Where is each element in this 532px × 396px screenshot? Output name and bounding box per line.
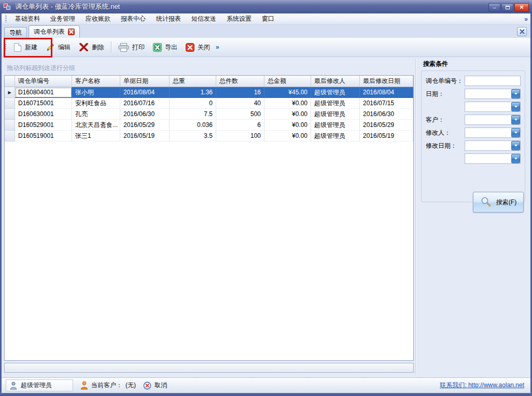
menu-item-4[interactable]: 报表中心 <box>116 13 151 25</box>
horizontal-scrollbar[interactable] <box>4 363 414 373</box>
search-modifier-combo[interactable] <box>465 128 521 138</box>
menu-item-6[interactable]: 短信发送 <box>186 13 221 25</box>
table-cell[interactable]: 2016/07/15 <box>360 98 413 109</box>
chevron-down-icon[interactable] <box>511 128 520 137</box>
print-button[interactable]: 打印 <box>114 40 149 54</box>
table-cell[interactable]: 1.36 <box>170 87 216 98</box>
table-cell[interactable]: 孔亮 <box>72 109 120 120</box>
menu-item-8[interactable]: 窗口 <box>257 13 279 25</box>
table-cell[interactable]: D160715001 <box>15 98 72 109</box>
table-cell[interactable]: ¥0.00 <box>264 120 311 131</box>
table-cell[interactable]: ¥0.00 <box>264 98 311 109</box>
column-header[interactable]: 总重 <box>170 76 216 87</box>
table-cell[interactable]: 2016/05/19 <box>360 131 413 142</box>
search-date-to-combo[interactable] <box>465 102 521 112</box>
table-cell[interactable]: ¥0.00 <box>264 131 311 142</box>
table-cell[interactable]: 0 <box>170 98 216 109</box>
minimize-button[interactable]: – <box>488 3 500 12</box>
close-tab-button[interactable]: 关闭 <box>181 40 214 54</box>
column-header[interactable]: 总金额 <box>264 76 311 87</box>
menu-grip-handle[interactable] <box>5 16 7 22</box>
table-row[interactable]: D160519001张三12016/05/193.5100¥0.00超级管理员2… <box>5 131 413 142</box>
table-row[interactable]: D160529001北京天昌斋食...2016/05/290.0366¥0.00… <box>5 120 413 131</box>
search-button[interactable]: 搜索(F) <box>473 192 524 213</box>
chevron-down-icon[interactable] <box>511 89 520 98</box>
delete-button[interactable]: 删除 <box>75 40 108 54</box>
menu-item-1[interactable]: 基础资料 <box>10 13 45 25</box>
column-header[interactable]: 最后修改人 <box>311 76 360 87</box>
column-header[interactable]: 单据日期 <box>120 76 170 87</box>
column-header[interactable]: 客户名称 <box>72 76 120 87</box>
table-cell[interactable]: 超级管理员 <box>311 120 360 131</box>
menu-item-7[interactable]: 系统设置 <box>221 13 257 25</box>
chevron-down-icon[interactable] <box>511 154 520 163</box>
table-cell[interactable]: 安利旺食品 <box>72 98 120 109</box>
row-indicator[interactable] <box>5 98 15 109</box>
table-cell[interactable]: 2016/08/04 <box>120 87 170 98</box>
cancel-customer-button[interactable]: 取消 <box>143 381 167 390</box>
table-cell[interactable]: 7.5 <box>170 109 216 120</box>
search-modify-date-to-combo[interactable] <box>465 153 521 164</box>
edit-button[interactable]: 编辑 <box>41 40 75 54</box>
table-cell[interactable]: 北京天昌斋食... <box>72 120 120 131</box>
table-cell[interactable]: 2016/08/04 <box>360 87 413 98</box>
search-modify-date-from-combo[interactable] <box>465 140 521 151</box>
row-indicator[interactable] <box>5 120 15 131</box>
table-cell[interactable]: 16 <box>216 87 264 98</box>
selected-row-indicator[interactable]: ▶ <box>5 87 15 98</box>
table-cell[interactable]: ¥45.00 <box>264 87 311 98</box>
table-cell[interactable]: 超级管理员 <box>311 109 360 120</box>
table-cell[interactable]: 超级管理员 <box>311 131 360 142</box>
table-cell[interactable]: 500 <box>216 109 264 120</box>
tab-navigation[interactable]: 导航 <box>4 27 27 38</box>
export-button[interactable]: 导出 <box>149 40 181 54</box>
tab-transfer-list[interactable]: 调仓单列表 <box>29 25 80 38</box>
column-header[interactable]: 最后修改日期 <box>360 76 413 87</box>
chevron-down-icon[interactable] <box>511 102 520 111</box>
table-cell[interactable]: 2016/06/30 <box>360 109 413 120</box>
table-cell[interactable]: 100 <box>216 131 264 142</box>
table-cell[interactable]: D160529001 <box>15 120 72 131</box>
table-row[interactable]: D160715001安利旺食品2016/07/16040¥0.00超级管理员20… <box>5 98 413 109</box>
table-cell[interactable]: 2016/05/29 <box>360 120 413 131</box>
toolbar-overflow-icon[interactable]: » <box>216 44 219 51</box>
chevron-down-icon[interactable] <box>511 115 520 124</box>
close-button[interactable]: × <box>514 3 529 12</box>
search-customer-combo[interactable] <box>465 115 521 125</box>
search-date-from-combo[interactable] <box>465 89 521 99</box>
row-indicator[interactable] <box>5 109 15 120</box>
column-header[interactable]: 调仓单编号 <box>15 76 72 87</box>
table-cell[interactable]: 2016/05/29 <box>120 120 170 131</box>
table-cell[interactable]: 超级管理员 <box>311 98 360 109</box>
table-cell[interactable]: 张小明 <box>72 87 120 98</box>
close-document-button[interactable] <box>517 27 527 36</box>
menu-item-2[interactable]: 业务管理 <box>45 13 80 25</box>
table-cell[interactable]: 2016/07/16 <box>120 98 170 109</box>
table-row[interactable]: D160630001孔亮2016/06/307.5500¥0.00超级管理员20… <box>5 109 413 120</box>
contact-link[interactable]: 联系我们: http://www.aolan.net <box>440 381 526 390</box>
panel-splitter[interactable] <box>415 58 416 374</box>
toolbar-grip-handle[interactable] <box>5 44 6 51</box>
table-cell[interactable]: D160804001 <box>15 87 72 98</box>
table-cell[interactable]: 6 <box>216 120 264 131</box>
menu-item-5[interactable]: 统计报表 <box>151 13 186 25</box>
table-cell[interactable]: D160630001 <box>15 109 72 120</box>
column-header[interactable]: 总件数 <box>216 76 264 87</box>
table-row[interactable]: ▶D160804001张小明2016/08/041.3616¥45.00超级管理… <box>5 87 413 98</box>
table-cell[interactable]: 40 <box>216 98 264 109</box>
table-cell[interactable]: 2016/05/19 <box>120 131 170 142</box>
chevron-down-icon[interactable] <box>511 141 520 150</box>
row-indicator[interactable] <box>5 131 15 142</box>
table-cell[interactable]: 超级管理员 <box>311 87 360 98</box>
table-cell[interactable]: 张三1 <box>72 131 120 142</box>
table-cell[interactable]: 2016/06/30 <box>120 109 170 120</box>
table-cell[interactable]: 0.036 <box>170 120 216 131</box>
table-cell[interactable]: D160519001 <box>15 131 72 142</box>
table-cell[interactable]: 3.5 <box>170 131 216 142</box>
search-order-no-input[interactable] <box>465 76 521 86</box>
maximize-button[interactable] <box>501 3 513 12</box>
menu-overflow-icon[interactable]: » <box>524 16 530 23</box>
menu-item-3[interactable]: 应收账款 <box>80 13 116 25</box>
tab-close-icon[interactable] <box>68 29 75 35</box>
new-button[interactable]: 新建 <box>9 40 41 55</box>
